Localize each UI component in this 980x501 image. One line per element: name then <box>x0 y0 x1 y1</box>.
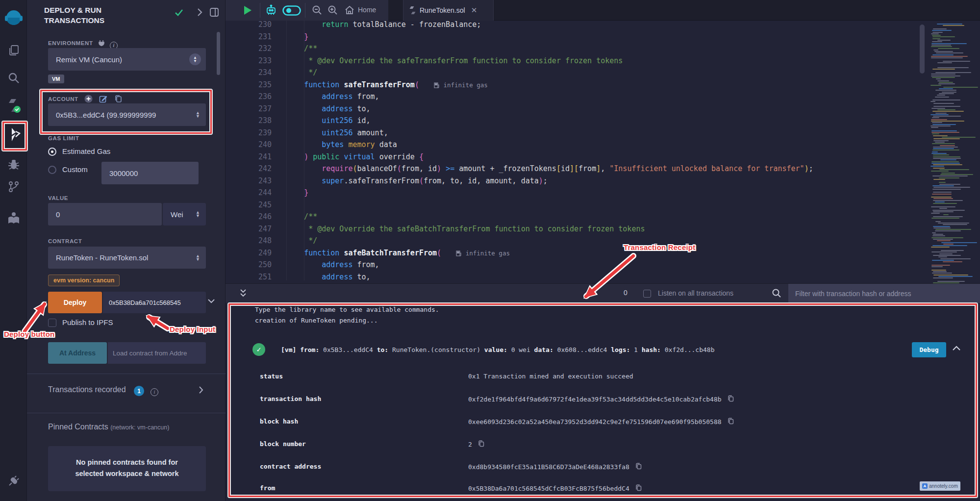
code-editor[interactable]: 230 return totalBalance - frozenBalance;… <box>226 21 980 283</box>
code-line-230[interactable]: 230 return totalBalance - frozenBalance; <box>226 21 927 31</box>
code-line-242[interactable]: 242 require(balanceOf(from, id) >= amoun… <box>226 163 927 175</box>
solidity-compiler-icon[interactable] <box>0 98 27 113</box>
run-script-icon[interactable] <box>244 6 251 15</box>
transactions-expand-chevron-icon[interactable] <box>198 386 204 394</box>
copy-icon[interactable] <box>635 463 642 471</box>
custom-gas-radio[interactable] <box>48 166 56 174</box>
code-line-231[interactable]: 231 } <box>226 31 927 43</box>
listen-checkbox[interactable] <box>643 290 651 298</box>
minimap[interactable] <box>930 23 977 283</box>
terminal[interactable]: Type the library name to see available c… <box>226 303 980 501</box>
value-unit-select[interactable]: Wei ▲▼ <box>163 203 206 225</box>
git-icon[interactable] <box>0 180 27 193</box>
home-tab-label[interactable]: Home <box>358 6 376 14</box>
code-line-243[interactable]: 243 super.safeTransferFrom(from, to, id,… <box>226 175 927 187</box>
code-line-247[interactable]: 247 * @dev Override the safeBatchTransfe… <box>226 223 927 235</box>
file-explorer-icon[interactable] <box>0 44 27 57</box>
code-line-240[interactable]: 240 bytes memory data <box>226 139 927 151</box>
code-line-246[interactable]: 246 /** <box>226 211 927 223</box>
at-address-input[interactable]: Load contract from Addre <box>108 342 206 364</box>
code-line-249[interactable]: 249 function safeBatchTransferFrom( infi… <box>226 247 927 259</box>
code-line-244[interactable]: 244 } <box>226 187 927 199</box>
code-line-239[interactable]: 239 uint256 amount, <box>226 127 927 139</box>
add-account-icon[interactable] <box>84 95 93 103</box>
line-number: 237 <box>226 103 272 115</box>
copy-account-icon[interactable] <box>114 95 122 103</box>
ai-assistant-icon[interactable] <box>265 4 277 17</box>
ai-toggle-switch[interactable] <box>282 5 301 16</box>
tx-receipt-summary[interactable]: [vm] from: 0x5B3...eddC4 to: RuneToken.(… <box>281 346 718 353</box>
listen-label: Listen on all transactions <box>658 289 733 297</box>
divider <box>27 374 226 374</box>
line-number: 231 <box>226 31 272 43</box>
pinned-empty-message: No pinned contracts found for selected w… <box>48 446 206 491</box>
code-line-251[interactable]: 251 address to, <box>226 271 927 283</box>
terminal-filter-input[interactable] <box>788 284 980 303</box>
terminal-collapse-icon[interactable] <box>239 288 247 299</box>
debugger-icon[interactable] <box>0 158 27 171</box>
line-number: 243 <box>226 175 272 187</box>
custom-gas-input[interactable]: 3000000 <box>101 162 199 184</box>
code-line-236[interactable]: 236 address from, <box>226 91 927 103</box>
code-line-233[interactable]: 233 * @dev Override the safeTransferFrom… <box>226 55 927 67</box>
editor-scrollbar[interactable] <box>920 25 925 74</box>
debug-button[interactable]: Debug <box>912 342 946 357</box>
estimated-gas-label: Estimated Gas <box>62 147 110 155</box>
environment-select[interactable]: Remix VM (Cancun) ▲▼ <box>48 48 206 71</box>
receipt-collapse-icon[interactable] <box>952 345 961 351</box>
line-number: 239 <box>226 127 272 139</box>
edit-account-icon[interactable] <box>99 95 107 103</box>
zoom-in-icon[interactable] <box>327 5 338 16</box>
pinned-contracts-label: Pinned Contracts (network: vm-cancun) <box>48 423 169 431</box>
code-line-232[interactable]: 232 /** <box>226 43 927 55</box>
terminal-toolbar: 0 Listen on all transactions <box>226 283 980 303</box>
code-line-238[interactable]: 238 uint256 id, <box>226 115 927 127</box>
code-line-235[interactable]: 235 function safeTransferFrom( infinite … <box>226 79 927 91</box>
tab-close-icon[interactable]: ✕ <box>471 6 477 15</box>
plug-icon[interactable] <box>0 475 27 487</box>
forward-chevron-icon[interactable] <box>196 8 203 17</box>
zoom-out-icon[interactable] <box>312 5 323 16</box>
remix-ide-window: DEPLOY & RUN TRANSACTIONS ENVIRONMENT i … <box>0 0 980 501</box>
divider <box>27 413 226 413</box>
receipt-row-label: transaction hash <box>260 395 321 402</box>
copy-icon[interactable] <box>478 440 484 449</box>
tab-runetoken[interactable]: RuneToken.sol ✕ <box>403 0 494 21</box>
at-address-button[interactable]: At Address <box>48 342 107 364</box>
copy-icon[interactable] <box>635 484 642 493</box>
value-input[interactable]: 0 <box>48 203 162 225</box>
code-line-241[interactable]: 241 ) public virtual override { <box>226 151 927 163</box>
panel-title: DEPLOY & RUN TRANSACTIONS <box>44 5 157 25</box>
terminal-search-icon[interactable] <box>772 288 781 298</box>
panel-scrollbar[interactable] <box>217 32 220 75</box>
code-line-234[interactable]: 234 */ <box>226 67 927 79</box>
home-icon[interactable] <box>344 5 355 16</box>
contract-select[interactable]: RuneToken - RuneToken.sol ▲▼ <box>48 247 206 269</box>
transactions-info-icon[interactable]: i <box>151 387 158 396</box>
line-number: 232 <box>226 43 272 55</box>
deploy-expand-chevron-icon[interactable] <box>207 297 215 305</box>
line-number: 249 <box>226 247 272 259</box>
deploy-input[interactable]: 0x5B38Da6a701c568545 <box>103 292 206 313</box>
copy-icon[interactable] <box>728 418 734 426</box>
code-line-237[interactable]: 237 address to, <box>226 103 927 115</box>
account-select[interactable]: 0x5B3...eddC4 (99.999999999 ▲▼ <box>48 103 206 126</box>
deploy-button[interactable]: Deploy <box>48 292 102 313</box>
receipt-row-label: block hash <box>260 418 298 425</box>
receipt-row-value: 0x1 Transaction mined and execution succ… <box>468 373 633 380</box>
tab-label: RuneToken.sol <box>420 6 465 14</box>
code-line-245[interactable]: 245 <box>226 199 927 211</box>
code-text: uint256 amount, <box>286 127 388 139</box>
editor-topbar: Home RuneToken.sol ✕ <box>226 0 980 21</box>
publish-ipfs-checkbox[interactable] <box>48 319 56 327</box>
remix-logo-icon[interactable] <box>0 8 27 29</box>
search-icon[interactable] <box>0 72 27 84</box>
contract-select-caret-icon: ▲▼ <box>196 254 200 261</box>
copy-icon[interactable] <box>728 395 734 403</box>
code-line-250[interactable]: 250 address from, <box>226 259 927 271</box>
estimated-gas-radio[interactable] <box>48 148 56 156</box>
deploy-and-run-icon[interactable] <box>0 126 27 144</box>
plugin-people-icon[interactable] <box>0 212 27 225</box>
pin-panel-icon[interactable] <box>209 7 219 17</box>
code-line-248[interactable]: 248 */ <box>226 235 927 247</box>
